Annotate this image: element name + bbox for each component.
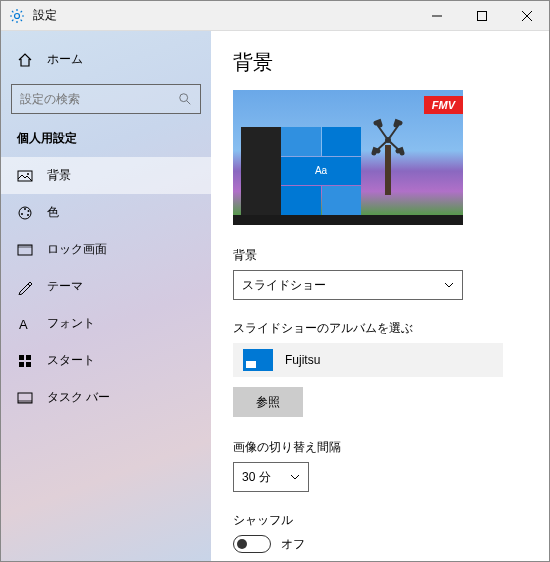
chevron-down-icon xyxy=(444,280,454,290)
home-link[interactable]: ホーム xyxy=(1,45,211,74)
page-title: 背景 xyxy=(233,49,527,76)
window-controls xyxy=(414,1,549,31)
home-label: ホーム xyxy=(47,51,83,68)
folder-thumb-icon xyxy=(243,349,273,371)
lockscreen-icon xyxy=(17,242,33,258)
font-icon: A xyxy=(17,316,33,332)
sidebar-item-label: 背景 xyxy=(47,167,71,184)
sidebar-item-fonts[interactable]: A フォント xyxy=(1,305,211,342)
chevron-down-icon xyxy=(290,472,300,482)
interval-value: 30 分 xyxy=(242,469,271,486)
background-select[interactable]: スライドショー xyxy=(233,270,463,300)
svg-point-9 xyxy=(21,213,23,215)
search-input[interactable] xyxy=(11,84,201,114)
svg-rect-15 xyxy=(19,362,24,367)
home-icon xyxy=(17,52,33,68)
interval-select[interactable]: 30 分 xyxy=(233,462,309,492)
picture-icon xyxy=(17,168,33,184)
content-pane: 背景 FMV Aa 背景 スライドショー スライド xyxy=(211,31,549,561)
browse-label: 参照 xyxy=(256,394,280,411)
svg-point-4 xyxy=(27,173,29,175)
titlebar: 設定 xyxy=(1,1,549,31)
settings-window: 設定 ホーム 個人用設定 背景 色 xyxy=(0,0,550,562)
desktop-preview: FMV Aa xyxy=(233,90,463,225)
window-title: 設定 xyxy=(33,7,57,24)
preview-taskbar xyxy=(233,215,463,225)
taskbar-icon xyxy=(17,390,33,406)
interval-label: 画像の切り替え間隔 xyxy=(233,439,527,456)
album-item[interactable]: Fujitsu xyxy=(233,343,503,377)
sidebar-item-taskbar[interactable]: タスク バー xyxy=(1,379,211,416)
svg-point-7 xyxy=(28,210,30,212)
shuffle-state: オフ xyxy=(281,536,305,553)
svg-rect-13 xyxy=(19,355,24,360)
sidebar-item-label: スタート xyxy=(47,352,95,369)
sidebar-item-start[interactable]: スタート xyxy=(1,342,211,379)
preview-start-menu: Aa xyxy=(241,127,361,215)
shuffle-toggle[interactable] xyxy=(233,535,271,553)
svg-point-8 xyxy=(27,214,29,216)
sidebar-item-colors[interactable]: 色 xyxy=(1,194,211,231)
svg-rect-18 xyxy=(18,400,32,403)
theme-icon xyxy=(17,279,33,295)
fmv-badge: FMV xyxy=(424,96,463,114)
shuffle-toggle-row: オフ xyxy=(233,535,527,553)
preview-tile-text: Aa xyxy=(281,157,361,186)
windmill-icon xyxy=(368,115,408,195)
sidebar-item-label: タスク バー xyxy=(47,389,110,406)
svg-rect-19 xyxy=(385,145,391,195)
sidebar: ホーム 個人用設定 背景 色 ロック画面 テーマ xyxy=(1,31,211,561)
window-body: ホーム 個人用設定 背景 色 ロック画面 テーマ xyxy=(1,31,549,561)
sidebar-item-themes[interactable]: テーマ xyxy=(1,268,211,305)
maximize-button[interactable] xyxy=(459,1,504,31)
album-name: Fujitsu xyxy=(285,353,320,367)
settings-icon xyxy=(9,8,25,24)
svg-point-0 xyxy=(15,13,20,18)
album-label: スライドショーのアルバムを選ぶ xyxy=(233,320,527,337)
sidebar-item-background[interactable]: 背景 xyxy=(1,157,211,194)
svg-rect-16 xyxy=(26,362,31,367)
search-icon xyxy=(178,92,192,106)
sidebar-item-label: 色 xyxy=(47,204,59,221)
sidebar-item-lockscreen[interactable]: ロック画面 xyxy=(1,231,211,268)
background-value: スライドショー xyxy=(242,277,326,294)
minimize-button[interactable] xyxy=(414,1,459,31)
section-header: 個人用設定 xyxy=(1,130,211,157)
start-icon xyxy=(17,353,33,369)
sidebar-item-label: ロック画面 xyxy=(47,241,107,258)
svg-rect-14 xyxy=(26,355,31,360)
sidebar-item-label: フォント xyxy=(47,315,95,332)
browse-button[interactable]: 参照 xyxy=(233,387,303,417)
palette-icon xyxy=(17,205,33,221)
background-label: 背景 xyxy=(233,247,527,264)
svg-point-2 xyxy=(180,94,188,102)
sidebar-item-label: テーマ xyxy=(47,278,83,295)
svg-point-6 xyxy=(24,208,26,210)
svg-rect-1 xyxy=(477,11,486,20)
shuffle-label: シャッフル xyxy=(233,512,527,529)
search-field[interactable] xyxy=(20,92,178,106)
svg-rect-11 xyxy=(18,245,32,248)
svg-text:A: A xyxy=(19,317,28,332)
close-button[interactable] xyxy=(504,1,549,31)
